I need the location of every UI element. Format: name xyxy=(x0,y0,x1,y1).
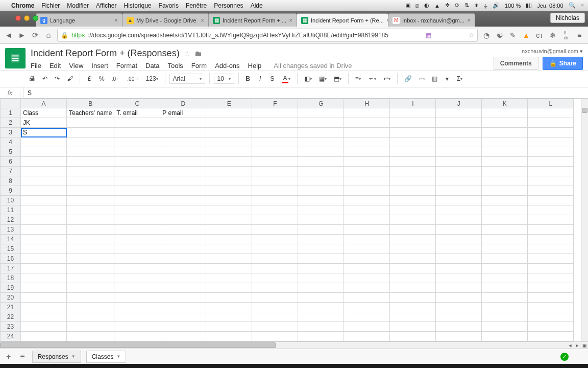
cell[interactable] xyxy=(114,137,160,147)
cell[interactable] xyxy=(114,205,160,215)
cell[interactable] xyxy=(344,235,390,244)
cell[interactable] xyxy=(482,235,528,244)
cell[interactable] xyxy=(21,225,67,235)
col-header[interactable]: C xyxy=(114,99,160,108)
cell[interactable] xyxy=(482,137,528,147)
cell[interactable] xyxy=(160,128,206,137)
cell[interactable] xyxy=(298,157,344,167)
cell[interactable] xyxy=(206,264,252,273)
cell[interactable] xyxy=(436,303,482,312)
cell[interactable] xyxy=(160,244,206,254)
cell[interactable] xyxy=(390,312,436,322)
cell[interactable] xyxy=(252,167,298,176)
cell[interactable] xyxy=(67,205,114,215)
cell[interactable] xyxy=(528,283,574,293)
wifi-icon[interactable]: ⏚ xyxy=(484,3,487,9)
cell[interactable] xyxy=(390,244,436,254)
mac-menu-item[interactable]: Favoris xyxy=(159,2,179,9)
col-header[interactable]: F xyxy=(252,99,298,108)
cell[interactable] xyxy=(528,312,574,322)
dec-decrease-button[interactable]: .0← xyxy=(109,73,123,85)
cell[interactable] xyxy=(436,293,482,303)
cell[interactable] xyxy=(436,225,482,235)
comments-button[interactable]: Comments xyxy=(494,57,538,70)
cell[interactable] xyxy=(252,244,298,254)
cell[interactable] xyxy=(298,147,344,157)
cell[interactable] xyxy=(298,137,344,147)
cell[interactable] xyxy=(344,225,390,235)
row-header[interactable]: 18 xyxy=(1,273,21,283)
cell[interactable] xyxy=(298,205,344,215)
cell[interactable] xyxy=(67,176,114,186)
cell[interactable] xyxy=(21,273,67,283)
row-header[interactable]: 2 xyxy=(1,118,21,128)
cell[interactable] xyxy=(160,186,206,196)
cell[interactable] xyxy=(206,128,252,137)
cell[interactable] xyxy=(482,273,528,283)
cell[interactable] xyxy=(160,196,206,205)
cell[interactable] xyxy=(390,215,436,225)
cell[interactable] xyxy=(114,147,160,157)
cell[interactable] xyxy=(298,186,344,196)
cell[interactable] xyxy=(160,147,206,157)
back-button[interactable]: ◄ xyxy=(4,31,13,40)
cell[interactable] xyxy=(528,225,574,235)
extension-icon[interactable]: tldr xyxy=(561,31,571,40)
cell[interactable] xyxy=(206,283,252,293)
cell[interactable] xyxy=(298,225,344,235)
row-header[interactable]: 12 xyxy=(1,215,21,225)
cell[interactable] xyxy=(114,118,160,128)
chevron-down-icon[interactable]: ▼ xyxy=(116,354,120,359)
cell[interactable] xyxy=(390,186,436,196)
print-icon[interactable]: 🖶 xyxy=(27,73,38,85)
cell[interactable] xyxy=(206,176,252,186)
cell[interactable] xyxy=(160,293,206,303)
cell[interactable] xyxy=(21,254,67,264)
currency-button[interactable]: £ xyxy=(84,73,94,85)
cell[interactable] xyxy=(298,283,344,293)
strike-button[interactable]: S xyxy=(267,73,278,85)
status-icon[interactable]: ⟳ xyxy=(455,2,459,9)
cell[interactable] xyxy=(390,118,436,128)
cell[interactable] xyxy=(482,176,528,186)
cell[interactable] xyxy=(482,196,528,205)
cell[interactable] xyxy=(206,205,252,215)
cell[interactable] xyxy=(482,225,528,235)
cell[interactable] xyxy=(344,312,390,322)
cell[interactable] xyxy=(344,254,390,264)
cell[interactable] xyxy=(528,205,574,215)
menu-data[interactable]: Data xyxy=(145,62,159,70)
cell[interactable] xyxy=(390,254,436,264)
cell[interactable] xyxy=(528,186,574,196)
mac-menu-item[interactable]: Historique xyxy=(124,2,152,9)
cell[interactable] xyxy=(528,108,574,118)
menu-tools[interactable]: Tools xyxy=(167,62,183,70)
row-header[interactable]: 9 xyxy=(1,186,21,196)
cell[interactable] xyxy=(344,118,390,128)
cell[interactable] xyxy=(160,254,206,264)
menu-form[interactable]: Form xyxy=(191,62,207,70)
horizontal-scrollbar[interactable]: ◄ ► ▣ xyxy=(0,341,588,349)
cell[interactable] xyxy=(67,303,114,312)
cell[interactable] xyxy=(298,128,344,137)
menu-view[interactable]: View xyxy=(69,62,83,70)
borders-button[interactable]: ▦▾ xyxy=(316,73,329,85)
col-header[interactable]: B xyxy=(67,99,114,108)
cell[interactable] xyxy=(390,303,436,312)
cell[interactable] xyxy=(21,196,67,205)
cell[interactable] xyxy=(252,283,298,293)
row-header[interactable]: 5 xyxy=(1,147,21,157)
chart-icon[interactable]: ▥ xyxy=(429,73,440,85)
cell[interactable] xyxy=(298,215,344,225)
spotlight-icon[interactable]: 🔍 xyxy=(569,2,576,9)
browser-tab[interactable]: ▲ My Drive - Google Drive × xyxy=(122,13,209,27)
close-window-icon[interactable] xyxy=(15,15,21,21)
cell[interactable] xyxy=(344,157,390,167)
cell[interactable] xyxy=(114,322,160,332)
clock[interactable]: Jeu. 08:00 xyxy=(537,3,563,9)
cell[interactable] xyxy=(21,303,67,312)
cell[interactable] xyxy=(390,157,436,167)
cell[interactable] xyxy=(21,264,67,273)
cell[interactable] xyxy=(206,186,252,196)
cell[interactable] xyxy=(252,147,298,157)
